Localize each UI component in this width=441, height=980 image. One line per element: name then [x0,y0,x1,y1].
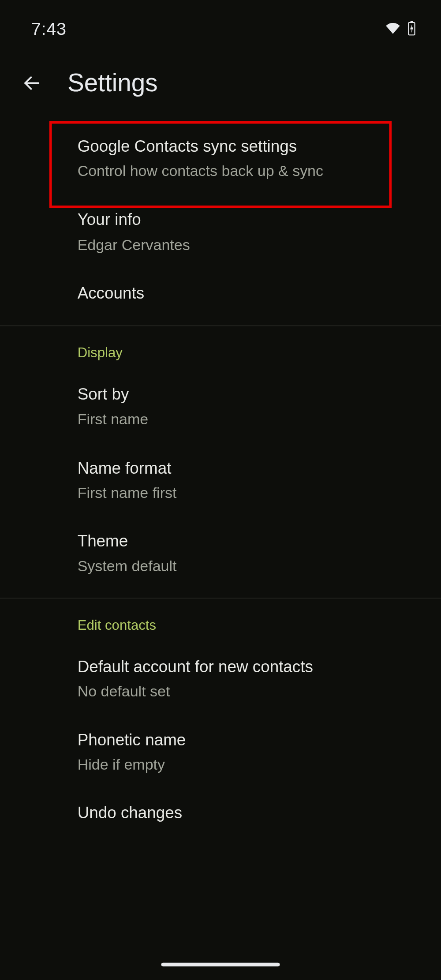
item-subtitle: No default set [78,681,416,702]
item-subtitle: Edgar Cervantes [78,235,416,255]
settings-item-phonetic-name[interactable]: Phonetic name Hide if empty [0,715,441,789]
settings-item-name-format[interactable]: Name format First name first [0,443,441,516]
settings-list[interactable]: Google Contacts sync settings Control ho… [0,97,441,838]
arrow-back-icon [22,73,42,93]
item-title: Your info [78,209,416,231]
item-subtitle: Hide if empty [78,755,416,775]
item-subtitle: System default [78,556,416,576]
item-title: Default account for new contacts [78,656,416,678]
item-title: Phonetic name [78,729,416,751]
battery-charging-icon [407,21,416,38]
settings-item-default-account[interactable]: Default account for new contacts No defa… [0,642,441,715]
navigation-handle[interactable] [161,963,280,966]
item-title: Undo changes [78,802,416,824]
status-icons-right [385,21,416,38]
item-title: Accounts [78,282,416,304]
section-header-display: Display [0,326,441,370]
settings-item-accounts[interactable]: Accounts [0,269,441,318]
item-title: Google Contacts sync settings [78,135,416,157]
item-subtitle: First name first [78,483,416,503]
settings-item-theme[interactable]: Theme System default [0,516,441,590]
back-button[interactable] [21,72,42,94]
item-subtitle: Control how contacts back up & sync [78,161,416,182]
section-header-edit-contacts: Edit contacts [0,598,441,642]
settings-item-undo-changes[interactable]: Undo changes [0,789,441,838]
status-clock: 7:43 [31,19,67,39]
item-title: Name format [78,457,416,479]
item-title: Sort by [78,384,416,406]
svg-rect-1 [411,21,413,22]
wifi-icon [385,21,401,37]
page-title: Settings [67,69,158,97]
item-subtitle: First name [78,409,416,430]
settings-item-google-sync[interactable]: Google Contacts sync settings Control ho… [0,122,441,195]
settings-item-your-info[interactable]: Your info Edgar Cervantes [0,195,441,269]
settings-item-sort-by[interactable]: Sort by First name [0,370,441,443]
app-bar: Settings [0,44,441,97]
status-bar: 7:43 [0,0,441,44]
item-title: Theme [78,531,416,553]
